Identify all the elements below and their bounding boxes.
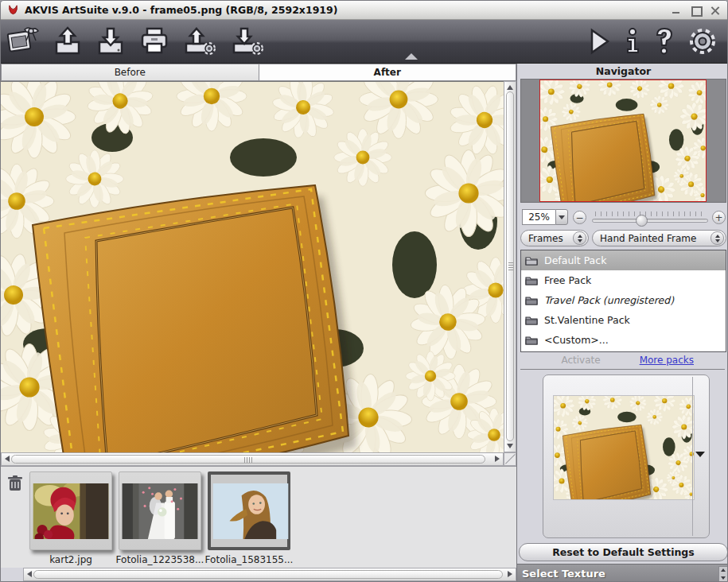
zoom-in-button[interactable]: + (712, 211, 726, 224)
spinner-icon[interactable] (710, 231, 724, 245)
filmstrip-item-kart2[interactable] (29, 471, 112, 550)
filmstrip-scroll-thumb[interactable] (33, 570, 503, 579)
vertical-scroll-thumb[interactable] (506, 91, 514, 441)
select-texture-header: Select Texture (517, 564, 728, 582)
panel-scroll-arrows[interactable] (718, 566, 728, 582)
folder-icon (525, 255, 538, 266)
pack-item-free[interactable]: Free Pack (521, 270, 726, 290)
open-image-icon[interactable] (52, 25, 84, 58)
after-image-preview (1, 82, 504, 453)
frame-style-select[interactable]: Hand Painted Frame (592, 230, 726, 246)
download-gear-icon[interactable] (230, 25, 267, 58)
scroll-left-icon[interactable] (5, 456, 10, 462)
scroll-left-icon[interactable] (27, 571, 32, 577)
scroll-up-icon[interactable] (721, 568, 726, 572)
separator (520, 369, 725, 370)
window-title: AKVIS ArtSuite v.9.0 - frame05.png (RGB/… (25, 4, 337, 16)
scroll-right-icon[interactable] (508, 571, 512, 577)
canvas-horizontal-scrollbar[interactable] (1, 452, 504, 466)
folder-icon (525, 295, 538, 305)
close-icon[interactable] (710, 6, 721, 15)
navigator-preview (520, 79, 726, 203)
filmstrip-label: Fotolia_1583155... (204, 554, 294, 565)
activate-label: Activate (541, 355, 621, 366)
filmstrip: kart2.jpg Fotolia_1223538... Fotolia_158… (1, 466, 516, 568)
run-icon[interactable] (587, 27, 611, 56)
filmstrip-scrollbar[interactable] (23, 568, 516, 581)
save-image-icon[interactable] (95, 25, 127, 58)
zoom-slider[interactable] (592, 211, 708, 227)
help-icon[interactable] (654, 27, 675, 56)
folder-icon (525, 315, 538, 325)
app-window: AKVIS ArtSuite v.9.0 - frame05.png (RGB/… (0, 0, 728, 582)
settings-panel: Navigator 25% − + Frames Hand Painted Fr… (516, 64, 728, 582)
collapse-toolbar-icon[interactable] (405, 53, 418, 60)
pack-item-stvalentine[interactable]: St.Valentine Pack (521, 310, 726, 330)
slider-ticks (595, 211, 705, 216)
upload-gear-icon[interactable] (182, 25, 219, 58)
tab-after[interactable]: After (259, 64, 517, 81)
canvas-vertical-scrollbar[interactable] (504, 81, 516, 452)
image-canvas[interactable] (1, 81, 504, 452)
info-icon[interactable] (624, 27, 641, 56)
filmstrip-label: Fotolia_1223538... (115, 554, 204, 565)
pack-item-travel[interactable]: Travel Pack (unregistered) (521, 290, 726, 310)
texture-preview-image (554, 396, 694, 499)
view-tabs: Before After (1, 64, 516, 81)
pack-item-default[interactable]: Default Pack (521, 250, 726, 270)
folder-icon (525, 275, 538, 285)
preferences-gear-icon[interactable] (687, 26, 718, 56)
minimize-icon[interactable] (672, 6, 683, 15)
scroll-right-icon[interactable] (495, 456, 500, 462)
slider-thumb[interactable] (636, 215, 648, 227)
frame-category-select[interactable]: Frames (520, 230, 589, 246)
texture-preview-button[interactable] (543, 374, 710, 538)
navigator-title: Navigator (517, 65, 728, 77)
resize-corner[interactable] (504, 452, 516, 466)
slider-track[interactable] (592, 219, 708, 223)
window-controls (672, 6, 724, 15)
zoom-value[interactable]: 25% (522, 209, 555, 225)
scroll-down-icon[interactable] (507, 444, 513, 448)
filmstrip-item-fotolia-1583155[interactable] (208, 471, 290, 550)
app-logo-icon (7, 4, 19, 16)
spinner-icon[interactable] (573, 231, 586, 245)
title-bar: AKVIS ArtSuite v.9.0 - frame05.png (RGB/… (1, 1, 728, 20)
toolbar-left-group (6, 25, 267, 58)
zoom-select[interactable]: 25% (522, 209, 568, 225)
maximize-icon[interactable] (691, 6, 702, 15)
main-toolbar (1, 20, 728, 64)
trash-icon[interactable] (7, 475, 23, 492)
reset-button[interactable]: Reset to Default Settings (519, 543, 728, 561)
scroll-down-icon[interactable] (721, 576, 726, 580)
filmstrip-label: kart2.jpg (26, 554, 115, 565)
pack-item-custom[interactable]: <Custom>... (521, 330, 726, 350)
frame-style-value: Hand Painted Frame (593, 233, 710, 244)
print-icon[interactable] (138, 25, 171, 58)
thumb-grip (244, 457, 252, 463)
pack-list: Default Pack Free Pack Travel Pack (unre… (520, 250, 726, 352)
frame-category-value: Frames (521, 233, 573, 244)
more-packs-link[interactable]: More packs (640, 355, 694, 366)
new-image-icon[interactable] (6, 25, 41, 58)
zoom-dropdown-icon[interactable] (555, 209, 568, 225)
folder-icon (525, 335, 538, 345)
zoom-out-button[interactable]: − (573, 211, 586, 224)
navigator-view-rect[interactable] (540, 80, 706, 201)
texture-dropdown-icon[interactable] (695, 452, 705, 457)
thumb-grip (508, 262, 513, 270)
scroll-up-icon[interactable] (507, 85, 513, 90)
horizontal-scroll-thumb[interactable] (11, 455, 485, 464)
tab-before[interactable]: Before (1, 64, 259, 81)
toolbar-right-group (587, 26, 718, 56)
filmstrip-item-fotolia-1223538[interactable] (119, 471, 201, 550)
divider (692, 377, 693, 536)
